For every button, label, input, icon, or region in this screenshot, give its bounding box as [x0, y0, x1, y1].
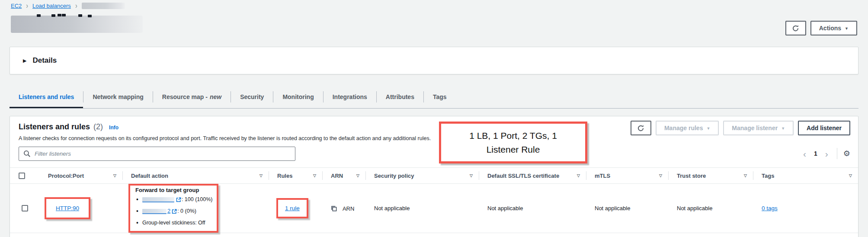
breadcrumb-redacted-item	[82, 3, 125, 9]
pagination: ‹ 1 › ⚙	[801, 148, 850, 159]
tab-resource-map[interactable]: Resource map -new	[153, 86, 231, 108]
filter-box	[19, 147, 295, 161]
tab-label: Monitoring	[282, 93, 314, 100]
rules-cell: 1 rule	[269, 184, 322, 233]
filter-listeners-input[interactable]	[19, 147, 295, 161]
stickiness-text: Group-level stickiness: Off	[142, 218, 205, 228]
listener-link[interactable]: HTTP:90	[56, 205, 79, 211]
tab-tags[interactable]: Tags	[424, 86, 456, 108]
info-link[interactable]: Info	[109, 125, 119, 131]
listeners-panel: Listeners and rules (2) Info A listener …	[10, 116, 858, 237]
tab-monitoring[interactable]: Monitoring	[273, 86, 323, 108]
col-label: Default action	[131, 173, 168, 179]
listeners-table: Protocol:Port▽ Default action▽ Rules▽ AR…	[10, 167, 858, 233]
tab-label: Listeners and rules	[19, 93, 74, 100]
col-protocol-port[interactable]: Protocol:Port▽	[39, 168, 122, 184]
tab-label: Security	[240, 93, 264, 100]
sort-icon: ▽	[313, 173, 316, 178]
stickiness-item: Group-level stickiness: Off	[134, 217, 212, 229]
col-label: ARN	[331, 173, 343, 179]
refresh-button[interactable]	[785, 21, 806, 35]
default-action-cell: Forward to target group : 100 (100%)	[122, 184, 269, 233]
search-icon	[23, 150, 31, 157]
ssl-certificate-value: Not applicable	[487, 205, 523, 211]
target-group-link-redacted[interactable]	[142, 197, 174, 202]
tab-network-mapping[interactable]: Network mapping	[83, 86, 152, 108]
sort-icon: ▽	[470, 173, 473, 178]
manage-rules-button[interactable]: Manage rules ▼	[656, 121, 719, 135]
col-label: mTLS	[595, 173, 610, 179]
target-group-link-suffix[interactable]: 2	[167, 206, 170, 217]
table-row: HTTP:90 Forward to target group	[10, 184, 858, 233]
col-mtls[interactable]: mTLS▽	[586, 168, 668, 184]
sort-icon: ▽	[356, 173, 359, 178]
tab-new-badge: new	[210, 93, 221, 100]
manage-listener-button[interactable]: Manage listener ▼	[723, 121, 794, 135]
table-toolbar: ‹ 1 › ⚙	[10, 147, 858, 161]
col-security-policy[interactable]: Security policy▽	[365, 168, 479, 184]
tab-attributes[interactable]: Attributes	[377, 86, 423, 108]
target-group-weight: : 0 (0%)	[177, 206, 196, 216]
table-refresh-button[interactable]	[631, 121, 651, 135]
ssl-certificate-cell: Not applicable	[479, 184, 586, 233]
actions-button[interactable]: Actions ▼	[810, 21, 857, 35]
col-label: Tags	[762, 173, 774, 179]
tab-listeners-and-rules[interactable]: Listeners and rules	[10, 86, 83, 108]
tags-cell: 0 tags	[753, 184, 858, 233]
sort-icon: ▽	[659, 173, 662, 178]
col-rules[interactable]: Rules▽	[269, 168, 322, 184]
col-arn[interactable]: ARN▽	[322, 168, 365, 184]
external-link-icon	[176, 197, 181, 202]
tabs-baseline-divider	[10, 108, 858, 109]
panel-header: Listeners and rules (2) Info A listener …	[10, 116, 858, 141]
refresh-icon	[792, 25, 799, 32]
rules-link[interactable]: 1 rule	[285, 205, 300, 211]
breadcrumb-chevron-icon: ›	[26, 1, 28, 10]
select-all-checkbox[interactable]	[19, 173, 25, 179]
copy-icon[interactable]	[331, 205, 337, 212]
page-next-icon[interactable]: ›	[823, 149, 831, 158]
tab-label: Network mapping	[93, 93, 143, 100]
table-header-row: Protocol:Port▽ Default action▽ Rules▽ AR…	[10, 168, 858, 184]
panel-title: Listeners and rules	[19, 122, 90, 131]
breadcrumb-link-load-balancers[interactable]: Load balancers	[32, 3, 71, 9]
refresh-icon	[637, 125, 644, 132]
page-title-redacted	[11, 16, 143, 33]
row-select-cell	[10, 184, 39, 233]
tags-link[interactable]: 0 tags	[762, 205, 778, 211]
col-tags[interactable]: Tags▽	[753, 168, 858, 184]
forward-title: Forward to target group	[134, 187, 212, 193]
target-group-weight: : 100 (100%)	[182, 194, 213, 205]
col-label: Default SSL/TLS certificate	[487, 173, 559, 179]
chevron-down-icon: ▼	[845, 27, 849, 31]
tab-label: Tags	[433, 93, 447, 100]
details-panel[interactable]: ▶ Details	[10, 47, 858, 74]
manage-rules-label: Manage rules	[664, 125, 703, 131]
gear-icon[interactable]: ⚙	[843, 150, 850, 157]
col-ssl-certificate[interactable]: Default SSL/TLS certificate▽	[479, 168, 586, 184]
annotation-callout: 1 LB, 1 Port, 2 TGs, 1 Listener Rule	[439, 122, 587, 163]
tab-security[interactable]: Security	[231, 86, 273, 108]
arn-label: ARN	[343, 205, 354, 212]
chevron-down-icon: ▼	[706, 127, 710, 131]
annotation-outline: Forward to target group : 100 (100%)	[128, 184, 218, 233]
breadcrumb-link-ec2[interactable]: EC2	[11, 3, 22, 9]
external-link-icon	[172, 209, 177, 214]
annotation-outline: 1 rule	[276, 198, 308, 218]
target-group-link-redacted[interactable]	[142, 209, 167, 214]
sort-icon: ▽	[744, 173, 747, 178]
add-listener-label: Add listener	[807, 125, 842, 131]
col-default-action[interactable]: Default action▽	[122, 168, 269, 184]
page-prev-icon[interactable]: ‹	[801, 149, 809, 158]
select-all-header[interactable]	[10, 168, 39, 184]
row-checkbox[interactable]	[22, 205, 28, 211]
sort-icon: ▽	[849, 173, 852, 178]
page-number[interactable]: 1	[811, 150, 820, 157]
annotation-text: 1 LB, 1 Port, 2 TGs, 1 Listener Rule	[452, 129, 574, 156]
mtls-cell: Not applicable	[586, 184, 668, 233]
col-trust-store[interactable]: Trust store▽	[668, 168, 753, 184]
add-listener-button[interactable]: Add listener	[798, 121, 850, 135]
sort-icon: ▽	[259, 173, 263, 178]
arn-cell: ARN	[322, 184, 365, 233]
tab-integrations[interactable]: Integrations	[323, 86, 376, 108]
